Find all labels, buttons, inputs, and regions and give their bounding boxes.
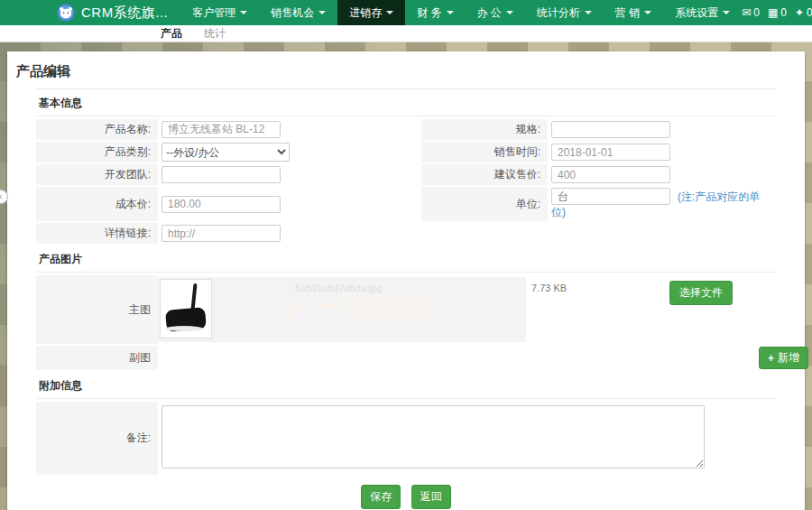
table-row: 副图 +新增 xyxy=(36,346,776,370)
table-row: 开发团队: 建议售价: xyxy=(36,164,776,185)
nav-item-inventory[interactable]: 进销存 xyxy=(337,0,405,25)
add-sub-image-button[interactable]: +新增 xyxy=(759,347,808,369)
table-row: 产品名称: 规格: xyxy=(36,119,776,140)
chevron-down-icon xyxy=(386,11,393,14)
category-select[interactable]: --外设/办公 xyxy=(161,143,290,162)
page-title: 产品编辑 xyxy=(7,51,805,88)
nav-item-finance[interactable]: 财 务 xyxy=(405,0,465,25)
nav-item-settings[interactable]: 系统设置 xyxy=(663,0,742,25)
cost-price-input[interactable] xyxy=(161,196,281,213)
choose-file-button[interactable]: 选择文件 xyxy=(669,281,733,305)
calendar-icon: ▦ xyxy=(768,6,778,19)
tab-products[interactable]: 产品 xyxy=(150,26,193,42)
watermark-text: y一淘模版 xyxy=(284,288,433,326)
suggested-price-label: 建议售价: xyxy=(421,164,548,185)
product-name-label: 产品名称: xyxy=(36,119,158,140)
table-row: 备注: xyxy=(36,402,776,475)
brand[interactable]: CRM系统旗... xyxy=(57,4,168,22)
envelope-icon: ✉ xyxy=(742,6,751,19)
schedule-counter[interactable]: ▦ 0 xyxy=(768,6,787,19)
chevron-down-icon xyxy=(585,11,592,14)
main-image-thumbnail[interactable] xyxy=(160,279,212,338)
chevron-down-icon xyxy=(240,11,247,14)
extra-info-table: 备注: xyxy=(36,400,776,477)
table-row: 主图 5a591c8d7a6da.jpg xyxy=(36,275,776,344)
content-card: 产品编辑 基本信息 产品名称: 规格: 产品类别: --外设/办公 销售时间: xyxy=(7,51,805,510)
nav-item-marketing[interactable]: 营 销 xyxy=(604,0,663,25)
watermark-logo-icon: y xyxy=(284,288,305,322)
basic-info-table: 产品名称: 规格: 产品类别: --外设/办公 销售时间: 开发团队: 建议售价… xyxy=(36,117,776,246)
chevron-down-icon xyxy=(318,11,326,14)
navbar-right: ✉ 0 ▦ 0 ✦ 0 ☆ 0 + admin xyxy=(742,3,812,23)
remark-textarea[interactable] xyxy=(161,405,705,468)
suggested-price-input[interactable] xyxy=(551,166,670,183)
table-row: 成本价: 单位: (注:产品对应的单位) xyxy=(36,187,776,221)
messages-counter[interactable]: ✉ 0 xyxy=(742,6,760,19)
spec-input[interactable] xyxy=(551,121,670,138)
crm-logo-icon xyxy=(57,4,75,22)
images-table: 主图 5a591c8d7a6da.jpg xyxy=(36,274,776,372)
chevron-down-icon xyxy=(506,11,513,14)
category-label: 产品类别: xyxy=(36,142,158,162)
save-button[interactable]: 保存 xyxy=(361,485,401,509)
product-edit-form: 基本信息 产品名称: 规格: 产品类别: --外设/办公 销售时间: xyxy=(36,88,776,510)
tasks-counter[interactable]: ✦ 0 xyxy=(795,6,812,19)
section-product-images: 产品图片 xyxy=(36,246,776,273)
nav-item-office[interactable]: 办 公 xyxy=(466,0,525,25)
brand-title: CRM系统旗... xyxy=(81,5,168,22)
team-label: 开发团队: xyxy=(36,164,158,185)
router-image xyxy=(162,282,209,336)
table-row: 详情链接: xyxy=(36,223,776,244)
section-basic-info: 基本信息 xyxy=(36,89,776,116)
link-input[interactable] xyxy=(161,225,281,242)
tab-statistics[interactable]: 统计 xyxy=(193,26,236,42)
link-label: 详情链接: xyxy=(36,223,158,244)
team-input[interactable] xyxy=(161,166,281,183)
unit-input[interactable] xyxy=(551,188,670,205)
sub-image-label: 副图 xyxy=(36,346,158,370)
chevron-down-icon xyxy=(644,11,651,14)
form-actions: 保存 返回 xyxy=(36,478,776,510)
sale-time-label: 销售时间: xyxy=(421,142,548,162)
cost-price-label: 成本价: xyxy=(36,187,158,221)
diamond-icon: ✦ xyxy=(795,6,804,19)
product-name-input[interactable] xyxy=(161,121,281,138)
tasks-count: 0 xyxy=(807,6,812,19)
nav-item-sales-chance[interactable]: 销售机会 xyxy=(259,0,337,25)
main-image-label: 主图 xyxy=(36,275,158,344)
back-button[interactable]: 返回 xyxy=(411,485,451,509)
nav-item-customers[interactable]: 客户管理 xyxy=(180,0,259,25)
image-filesize: 7.73 KB xyxy=(531,283,567,293)
chevron-down-icon xyxy=(447,11,454,14)
schedule-count: 0 xyxy=(780,6,787,19)
sale-time-input[interactable] xyxy=(551,144,670,161)
main-image-preview-area: 5a591c8d7a6da.jpg y一淘模版 xyxy=(158,277,526,342)
remark-label: 备注: xyxy=(36,402,158,475)
nav-item-statistics[interactable]: 统计分析 xyxy=(525,0,604,25)
spec-label: 规格: xyxy=(421,119,548,140)
top-navbar: CRM系统旗... 客户管理 销售机会 进销存 财 务 办 公 统计分析 营 销… xyxy=(0,0,812,25)
sub-tabbar: 产品 统计 xyxy=(0,25,812,42)
plus-icon: + xyxy=(768,352,774,365)
unit-label: 单位: xyxy=(421,187,548,221)
table-row: 产品类别: --外设/办公 销售时间: xyxy=(36,142,776,162)
section-extra-info: 附加信息 xyxy=(36,372,776,399)
chevron-down-icon xyxy=(723,11,730,14)
messages-count: 0 xyxy=(753,6,760,19)
